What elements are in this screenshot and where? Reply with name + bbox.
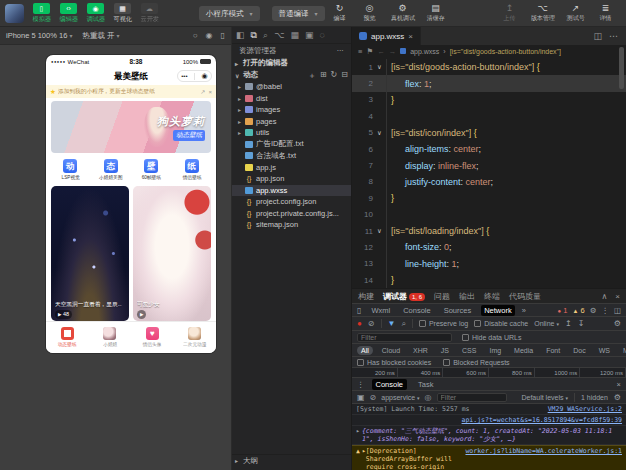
simulator-button[interactable]: ▯ 模拟器 [28,3,55,24]
explorer-more-icon[interactable]: ⋯ [337,46,345,55]
tab-terminal[interactable]: 终端 [484,291,500,302]
sim-rotate-icon[interactable]: ▯ [221,31,225,40]
notice-close-icon[interactable]: × [208,89,212,95]
wallpaper-card[interactable]: 天空黑洞一直看着，星辰... ▶ 48 [51,186,129,321]
tree-file-sitemap[interactable]: {}sitemap.json [232,219,351,231]
code-line[interactable]: 8justify-content: center; [352,174,626,190]
tree-file-app-json[interactable]: {}app.json [232,173,351,185]
menu-icon[interactable]: ≡ [358,47,362,56]
shortcut-lsp[interactable]: 动 LSP视觉 [52,159,88,181]
console-frame-icon[interactable]: ▣ [357,393,365,402]
tree-folder-dist[interactable]: ▸dist [232,93,351,105]
throttling-select[interactable]: Online ▾ [534,320,559,327]
tab-app-wxss[interactable]: app.wxss × [352,27,421,45]
save-all-icon[interactable]: ▣ [305,30,314,40]
devtools-more-icon[interactable]: ⋮ [601,306,609,315]
editor-scrollbar[interactable] [619,47,624,89]
new-folder-icon[interactable]: ⊞ [320,70,327,81]
toggle-sidebar-icon[interactable]: ◧ [236,30,245,40]
shortcut-60fps[interactable]: 壁 60帧壁纸 [133,159,169,181]
tree-file-ad-config[interactable]: 广告ID配置.txt [232,139,351,151]
code-line[interactable]: 12font-size: 0; [352,239,626,255]
home-button[interactable]: ◉ [202,72,208,80]
clear-network-icon[interactable]: ⊘ [368,319,375,328]
has-blocked-cookies-checkbox[interactable]: Has blocked cookies [357,359,431,366]
network-search-icon[interactable]: ⌕ [401,319,405,329]
tab-problems[interactable]: 问题 [434,291,450,302]
breadcrumb-file[interactable]: app.wxss [410,48,439,55]
log-source-link[interactable]: api.js?t=wechat&s=16.8517894&v=fcd8f59:3… [462,416,622,424]
shortcut-couple[interactable]: 纸 情侣壁纸 [174,159,210,181]
sim-refresh-icon[interactable]: ○ [193,31,198,40]
chip-js[interactable]: JS [437,346,453,355]
tree-folder-utils[interactable]: ▸utils [232,127,351,139]
tab-debugger[interactable]: 调试器1, 6 [383,291,425,302]
tab-close-icon[interactable]: × [408,32,413,41]
visualization-button[interactable]: ▦ 可视化 [109,3,136,24]
hot-reload-select[interactable]: 热重载 开 ▾ [82,31,119,41]
outline-section[interactable]: ▸ 大纲 [232,454,351,466]
tree-folder-babel[interactable]: ▸@babel [232,81,351,93]
record-icon[interactable]: ● [357,319,362,328]
chip-doc[interactable]: Doc [569,346,589,355]
new-file-icon[interactable]: ＋ [308,70,316,81]
collapse-all-icon[interactable]: ⊟ [341,70,348,81]
context-select[interactable]: appservice ▾ [381,394,419,401]
chip-media[interactable]: Media [510,346,537,355]
preview-button[interactable]: ◎ 预览 [355,3,385,23]
sim-record-icon[interactable]: ◉ [206,31,213,40]
code-line-current[interactable]: 2flex: 1; [352,75,626,91]
device-select[interactable]: iPhone 5 100% 16 ▾ [6,31,72,40]
fold-icon[interactable]: ∨ [377,129,386,137]
chip-font[interactable]: Font [542,346,564,355]
console-clear-icon[interactable]: ⊘ [370,393,377,402]
drawer-tab-task[interactable]: Task [414,379,437,390]
chip-css[interactable]: CSS [458,346,480,355]
chip-ws[interactable]: WS [595,346,614,355]
tab-dynamic-wallpaper[interactable]: 动态壁纸 [46,322,89,353]
tab-wxml[interactable]: Wxml [368,305,393,316]
tab-console[interactable]: Console [400,305,434,316]
mode-select[interactable]: 小程序模式▾ [199,6,260,21]
shortcut-girls[interactable]: 态 小姐姐美图 [93,159,129,181]
preserve-log-checkbox[interactable]: Preserve log [419,320,468,327]
editor-more-icon[interactable]: ⋯ [609,31,618,41]
code-line[interactable]: 6align-items: center; [352,141,626,157]
drawer-more-icon[interactable]: ⋮ [357,380,365,389]
code-line[interactable]: 14} [352,272,626,288]
refresh-icon[interactable]: ↻ [331,70,338,81]
fold-icon[interactable]: ∨ [377,227,386,235]
code-line[interactable]: 1∨[is="dist/goods-action-button/index"] … [352,59,626,75]
console-settings-icon[interactable]: ⚙ [614,393,621,402]
blocked-requests-checkbox[interactable]: Blocked Requests [443,359,509,366]
chip-manifest[interactable]: Manifest [619,346,626,355]
bookmark-icon[interactable]: ⚑ [366,47,373,56]
log-levels-select[interactable]: Default levels ▾ [521,394,568,401]
code-line[interactable]: 4 [352,108,626,124]
code-line[interactable]: 13line-height: 1; [352,256,626,272]
tab-anime[interactable]: 二次元动漫 [174,322,217,353]
hero-banner[interactable]: 狗头萝莉 动态壁纸 [51,101,211,153]
tab-overflow-icon[interactable]: » [522,306,526,315]
clear-cache-button[interactable]: ▤ 清缓存 [421,3,451,23]
drawer-tab-console[interactable]: Console [372,379,408,390]
version-button[interactable]: ⌥ 版本管理 [525,3,561,23]
tab-girls[interactable]: 小姐姐 [89,322,132,353]
network-settings-icon[interactable]: ⚙ [614,319,621,328]
expand-icon[interactable]: ▸ [356,427,360,435]
messages-button[interactable]: ✉ 消息 [621,3,626,23]
fold-icon[interactable]: ∨ [377,63,386,71]
code-line[interactable]: 7display: inline-flex; [352,157,626,173]
extensions-icon[interactable]: ▦ [290,30,299,40]
tab-couple-avatar[interactable]: 情侣头像 [131,322,174,353]
forward-icon[interactable]: → [389,47,397,56]
tab-network[interactable]: Network [481,305,515,316]
warning-count[interactable]: ▲ 6 [572,306,584,315]
export-har-icon[interactable]: ↧ [578,319,585,328]
compile-mode-select[interactable]: 普通编译▾ [272,6,325,21]
wallpaper-card[interactable]: 可爱少女 ▶ [133,186,211,321]
tree-folder-images[interactable]: ▸images [232,104,351,116]
error-count[interactable]: ● 1 [558,306,568,315]
drawer-close-icon[interactable]: × [617,380,621,389]
cloud-sync-icon[interactable]: ◌ [319,30,324,40]
